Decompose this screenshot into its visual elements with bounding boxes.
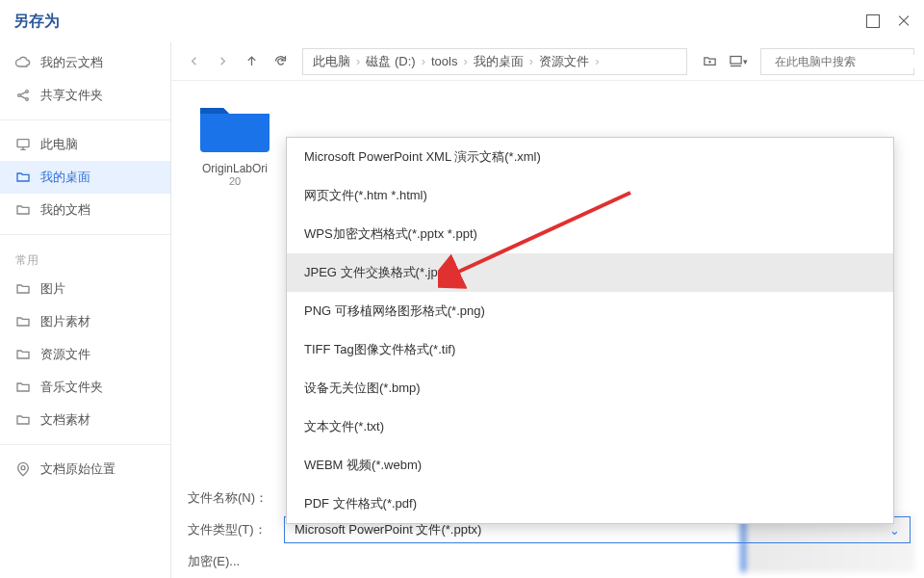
dropdown-option[interactable]: WPS加密文档格式(*.pptx *.ppt) [287,215,893,253]
dropdown-option[interactable]: PNG 可移植网络图形格式(*.png) [287,292,893,330]
sidebar-item-doc-assets[interactable]: 文档素材 [0,404,170,436]
share-icon [15,88,31,103]
folder-icon [15,412,31,428]
refresh-button[interactable] [268,49,293,74]
search-box[interactable] [760,48,914,75]
dropdown-option[interactable]: WEBM 视频(*.webm) [287,446,893,485]
sidebar: 我的云文档 共享文件夹 此电脑 我的桌面 我的文档 [0,42,171,578]
svg-point-4 [21,466,25,470]
sidebar-item-my-documents[interactable]: 我的文档 [0,194,170,226]
back-button[interactable] [181,49,206,74]
dropdown-option[interactable]: 文本文件(*.txt) [287,407,893,446]
sidebar-item-label: 图片 [40,280,65,298]
dropdown-option[interactable]: PDF 文件格式(*.pdf) [287,485,893,523]
svg-point-1 [26,91,29,93]
sidebar-item-doc-original-location[interactable]: 文档原始位置 [0,453,170,486]
folder-icon [15,314,31,329]
sidebar-item-label: 图片素材 [40,313,90,330]
chevron-right-icon: › [352,54,364,68]
up-button[interactable] [239,49,264,74]
breadcrumb-item[interactable]: 磁盘 (D:) [364,53,417,70]
sidebar-item-label: 共享文件夹 [40,87,103,104]
breadcrumb-item[interactable]: 此电脑 [311,53,352,70]
sidebar-item-this-pc[interactable]: 此电脑 [0,128,170,161]
sidebar-item-label: 资源文件 [40,346,90,363]
folder-icon [15,202,31,218]
encrypt-button[interactable]: 加密(E)... [188,553,240,570]
dropdown-option[interactable]: 网页文件(*.htm *.html) [287,176,893,215]
toolbar: 此电脑› 磁盘 (D:)› tools› 我的桌面› 资源文件› ▾ [171,42,924,81]
folder-name: OriginLabOri [177,162,293,175]
svg-point-0 [18,94,21,97]
maximize-button[interactable] [866,14,880,28]
monitor-icon [15,137,31,152]
breadcrumb-item[interactable]: tools [429,54,459,68]
folder-item[interactable]: OriginLabOri 20 [177,94,293,187]
sidebar-item-pictures[interactable]: 图片 [0,273,170,305]
window-controls [866,14,911,28]
folder-icon [196,94,273,156]
filetype-label: 文件类型(T)： [188,521,274,539]
chevron-right-icon: › [526,54,537,68]
dropdown-option[interactable]: 设备无关位图(*.bmp) [287,369,893,407]
encrypt-row: 加密(E)... [188,553,911,570]
breadcrumb-item[interactable]: 我的桌面 [472,53,526,70]
chevron-right-icon: › [418,54,429,68]
folder-icon [15,380,31,395]
new-folder-button[interactable] [697,49,722,74]
folder-icon [15,170,31,185]
sidebar-item-label: 文档原始位置 [40,460,116,478]
sidebar-item-cloud-docs[interactable]: 我的云文档 [0,46,170,79]
filename-label: 文件名称(N)： [188,489,274,507]
forward-button[interactable] [210,49,235,74]
titlebar: 另存为 [0,0,924,42]
chevron-down-icon: ⌄ [889,523,900,538]
divider [0,119,170,120]
chevron-right-icon: › [459,54,471,68]
location-icon [15,461,31,477]
sidebar-item-picture-assets[interactable]: 图片素材 [0,305,170,338]
folder-meta: 20 [177,175,293,187]
close-button[interactable] [897,14,911,28]
folder-icon [15,347,31,362]
divider [0,444,170,445]
svg-rect-5 [731,57,741,65]
sidebar-item-label: 我的文档 [40,201,90,219]
dialog-title: 另存为 [13,12,60,32]
sidebar-item-label: 我的云文档 [40,54,103,71]
sidebar-group-label: 常用 [0,243,170,273]
breadcrumb[interactable]: 此电脑› 磁盘 (D:)› tools› 我的桌面› 资源文件› [302,48,687,75]
svg-point-2 [26,98,29,101]
dropdown-option[interactable]: TIFF Tag图像文件格式(*.tif) [287,330,893,369]
sidebar-item-music-folder[interactable]: 音乐文件夹 [0,371,170,404]
filetype-dropdown[interactable]: Microsoft PowerPoint XML 演示文稿(*.xml) 网页文… [286,137,894,524]
sidebar-item-label: 我的桌面 [40,169,90,186]
svg-rect-3 [17,140,29,147]
folder-icon [15,281,31,297]
sidebar-item-label: 文档素材 [40,411,90,429]
cloud-icon [15,55,31,70]
sidebar-item-shared-folder[interactable]: 共享文件夹 [0,79,170,112]
sidebar-item-label: 此电脑 [40,136,78,153]
sidebar-item-resource-files[interactable]: 资源文件 [0,338,170,371]
chevron-right-icon: › [591,54,603,68]
view-mode-button[interactable]: ▾ [726,49,751,74]
dropdown-option[interactable]: Microsoft PowerPoint XML 演示文稿(*.xml) [287,138,893,176]
dropdown-option[interactable]: JPEG 文件交换格式(*.jpg) [287,253,893,292]
divider [0,234,170,235]
sidebar-item-my-desktop[interactable]: 我的桌面 [0,161,170,194]
search-input[interactable] [775,55,919,68]
breadcrumb-item[interactable]: 资源文件 [537,53,591,70]
sidebar-item-label: 音乐文件夹 [40,379,103,396]
